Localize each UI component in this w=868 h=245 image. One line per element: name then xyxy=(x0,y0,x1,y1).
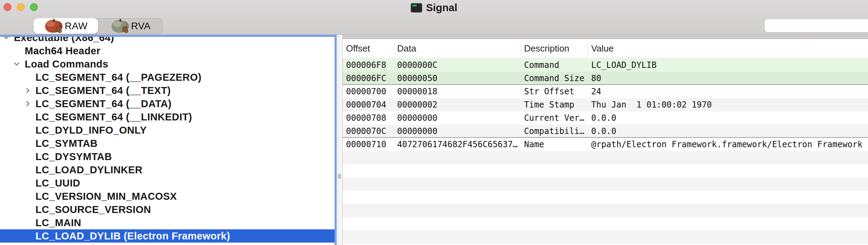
sidebar-item-executable-x86-64[interactable]: Executable (X86_64) xyxy=(0,35,335,44)
table-row-empty xyxy=(343,204,868,217)
table-row-empty xyxy=(343,217,868,230)
cell-description: Time Stamp xyxy=(524,98,589,111)
cell-data: 00000050 xyxy=(397,72,522,85)
chevron-right-icon[interactable] xyxy=(24,100,32,108)
table-row-empty xyxy=(343,191,868,204)
scrollbar-thumb[interactable] xyxy=(338,174,341,179)
table-row[interactable]: 0000070C00000000Compatibili…0.0.0 xyxy=(343,125,868,138)
column-separator xyxy=(587,42,588,55)
cell-description: Name xyxy=(524,138,589,151)
table-row-empty xyxy=(343,230,868,244)
cell-value: 0.0.0 xyxy=(591,111,866,125)
segment-raw[interactable]: RAW xyxy=(33,18,98,34)
cell-value: LC_LOAD_DYLIB xyxy=(591,58,866,72)
sidebar-item-label: LC_MAIN xyxy=(35,217,81,229)
cell-offset: 00000704 xyxy=(346,98,395,111)
sidebar-item-lc-load-dylib-electron-framework[interactable]: LC_LOAD_DYLIB (Electron Framework) xyxy=(0,229,335,243)
chevron-down-icon[interactable] xyxy=(2,35,10,42)
sidebar-item-lc-segment-64-pagezero[interactable]: LC_SEGMENT_64 (__PAGEZERO) xyxy=(0,71,335,84)
segment-rva[interactable]: RVA xyxy=(98,18,163,34)
table-row[interactable]: 0000070400000002Time StampThu Jan 1 01:0… xyxy=(343,98,868,111)
cell-description: Str Offset xyxy=(524,85,589,98)
sidebar-item-lc-segment-64-linkedit[interactable]: LC_SEGMENT_64 (__LINKEDIT) xyxy=(0,110,335,124)
sidebar-item-label: LC_SYMTAB xyxy=(35,138,98,149)
table-row[interactable]: 000007104072706174682F456C65637…Name@rpa… xyxy=(343,138,868,151)
sidebar-item-label: LC_VERSION_MIN_MACOSX xyxy=(35,191,177,202)
table-row-empty xyxy=(343,244,868,245)
sidebar-item-label: Mach64 Header xyxy=(25,45,101,57)
table-row-empty xyxy=(343,151,868,164)
sidebar-item-lc-dysymtab[interactable]: LC_DYSYMTAB xyxy=(0,150,335,163)
cell-data: 00000000 xyxy=(397,125,522,138)
apple-red-icon xyxy=(44,19,64,33)
cell-value: @rpath/Electron Framework.framework/Elec… xyxy=(591,138,866,151)
cell-data: 00000000 xyxy=(397,111,522,125)
table-row[interactable]: 000006FC00000050Command Size80 xyxy=(343,72,868,85)
cell-offset: 00000710 xyxy=(346,138,395,151)
cell-description: Command Size xyxy=(524,72,589,85)
cell-description: Current Ver… xyxy=(524,111,589,125)
sidebar-item-label: LC_LOAD_DYLINKER xyxy=(35,164,143,176)
search-input[interactable] xyxy=(768,19,868,32)
sidebar-item-lc-source-version[interactable]: LC_SOURCE_VERSION xyxy=(0,203,335,216)
cell-data: 0000000C xyxy=(397,58,522,72)
cell-offset: 000006F8 xyxy=(346,58,395,72)
sidebar-item-lc-segment-64-data[interactable]: LC_SEGMENT_64 (__DATA) xyxy=(0,97,335,110)
cell-data: 00000002 xyxy=(397,98,522,111)
cell-data: 00000018 xyxy=(397,85,522,98)
sidebar-item-label: LC_SEGMENT_64 (__LINKEDIT) xyxy=(35,111,192,123)
cell-value: 0.0.0 xyxy=(591,125,866,138)
cell-offset: 000006FC xyxy=(346,72,395,85)
sidebar-item-label: LC_LOAD_DYLIB (Electron Framework) xyxy=(35,230,230,242)
raw-rva-segmented-control: RAW RVA xyxy=(33,18,163,34)
sidebar-item-lc-segment-64-text[interactable]: LC_SEGMENT_64 (__TEXT) xyxy=(0,84,335,97)
detail-table: OffsetDataDescriptionValue 000006F800000… xyxy=(342,39,868,245)
window-title: Signal xyxy=(426,2,457,14)
sidebar-item-lc-uuid[interactable]: LC_UUID xyxy=(0,176,335,190)
sidebar-item-label: LC_UUID xyxy=(35,177,80,189)
table-row-empty xyxy=(343,177,868,191)
table-row[interactable]: 0000070000000018Str Offset24 xyxy=(343,85,868,98)
sidebar-item-mach64-header[interactable]: Mach64 Header xyxy=(0,44,335,57)
sidebar-item-lc-symtab[interactable]: LC_SYMTAB xyxy=(0,137,335,150)
sidebar-item-label: LC_DYLD_INFO_ONLY xyxy=(35,125,147,136)
cell-offset: 00000708 xyxy=(346,111,395,125)
cell-description: Command xyxy=(524,58,589,72)
table-row-empty xyxy=(343,164,868,177)
table-row[interactable]: 000006F80000000CCommandLC_LOAD_DYLIB xyxy=(343,58,868,72)
titlebar: Signal xyxy=(0,2,868,14)
chevron-down-icon[interactable] xyxy=(13,60,21,68)
sidebar-item-label: LC_SEGMENT_64 (__TEXT) xyxy=(35,85,171,96)
table-header: OffsetDataDescriptionValue xyxy=(343,39,868,58)
sidebar-item-label: Load Commands xyxy=(25,58,108,70)
sidebar-item-load-commands[interactable]: Load Commands xyxy=(0,57,335,71)
segment-label: RAW xyxy=(65,21,88,32)
sidebar-item-label: LC_SEGMENT_64 (__DATA) xyxy=(35,98,171,110)
sidebar-tree[interactable]: Executable (X86_64)Mach64 HeaderLoad Com… xyxy=(0,35,337,245)
cell-data: 4072706174682F456C65637… xyxy=(397,138,522,151)
column-header-value[interactable]: Value xyxy=(591,39,614,58)
column-header-data[interactable]: Data xyxy=(397,39,416,58)
column-header-offset[interactable]: Offset xyxy=(346,39,370,58)
app-window: Signal RAW RVA Executable (X86_64)Mach64… xyxy=(0,0,868,245)
cell-offset: 0000070C xyxy=(346,125,395,138)
table-row[interactable]: 0000070800000000Current Ver…0.0.0 xyxy=(343,111,868,125)
sidebar-item-label: LC_DYSYMTAB xyxy=(35,151,112,163)
segment-label: RVA xyxy=(131,21,151,32)
document-proxy-icon xyxy=(411,3,422,13)
search-field[interactable] xyxy=(764,19,868,32)
cell-value: 24 xyxy=(591,85,866,98)
sidebar-item-lc-version-min-macosx[interactable]: LC_VERSION_MIN_MACOSX xyxy=(0,190,335,203)
column-separator xyxy=(521,42,521,55)
window-chrome: Signal RAW RVA xyxy=(0,0,868,35)
sidebar-item-lc-load-dylinker[interactable]: LC_LOAD_DYLINKER xyxy=(0,163,335,176)
sidebar-item-lc-main[interactable]: LC_MAIN xyxy=(0,216,335,229)
cell-value: 80 xyxy=(591,72,866,85)
cell-value: Thu Jan 1 01:00:02 1970 xyxy=(591,98,866,111)
column-header-description[interactable]: Description xyxy=(524,39,569,58)
cell-offset: 00000700 xyxy=(346,85,395,98)
chevron-right-icon[interactable] xyxy=(24,86,32,95)
sidebar-scrollbar[interactable] xyxy=(337,35,342,245)
column-separator xyxy=(394,42,394,55)
sidebar-item-lc-dyld-info-only[interactable]: LC_DYLD_INFO_ONLY xyxy=(0,124,335,137)
